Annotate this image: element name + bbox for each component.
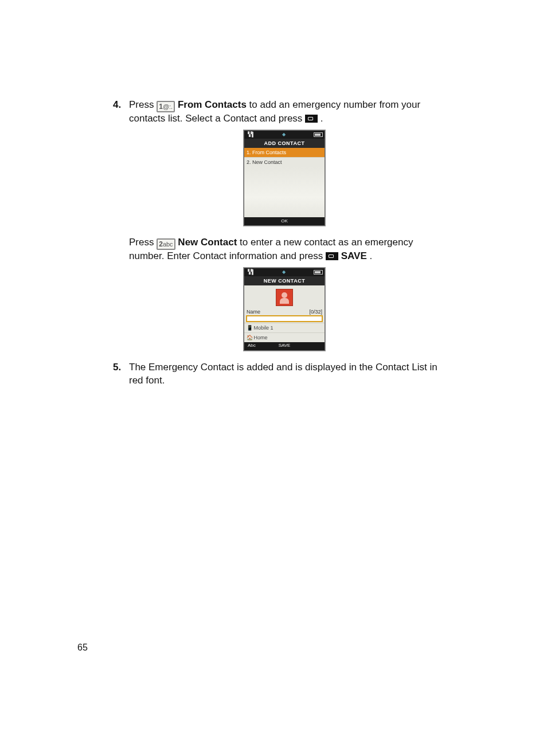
ok-key-icon-2: [326, 252, 338, 260]
new-contact: New Contact: [178, 237, 237, 248]
screen-title: ADD CONTACT: [244, 139, 325, 148]
phone-add-contact: ADD CONTACT 1. From Contacts 2. New Cont…: [244, 130, 325, 226]
center-icon: [282, 269, 286, 276]
page-number: 65: [77, 643, 88, 653]
menu-from-contacts[interactable]: 1. From Contacts: [244, 148, 325, 157]
field-mobile1[interactable]: 📱 Mobile 1: [244, 323, 325, 332]
step-5: The Emergency Contact is added and is di…: [113, 361, 440, 387]
signal-icon: [246, 132, 255, 138]
key-1: 1@:.: [157, 101, 175, 112]
mobile-icon: 📱: [247, 324, 252, 331]
softkey-save[interactable]: SAVE: [265, 343, 304, 349]
ok-key-icon: [305, 115, 318, 123]
field-home[interactable]: 🏠 Home: [244, 332, 325, 342]
step4b-press: Press: [129, 237, 157, 248]
phone-new-contact: NEW CONTACT Name [0/32] 📱 Mobile 1 🏠: [244, 268, 325, 351]
period-2: .: [370, 250, 373, 261]
home-icon: 🏠: [247, 334, 252, 341]
screen-title-2: NEW CONTACT: [244, 276, 325, 285]
name-counter: [0/32]: [309, 308, 322, 315]
center-icon: [282, 132, 286, 138]
signal-icon: [246, 269, 255, 276]
softkey-abc[interactable]: Abc: [248, 343, 265, 349]
status-bar-2: [244, 268, 325, 276]
name-label: Name: [247, 308, 260, 315]
avatar-row: [244, 285, 325, 308]
key-2: 2abc: [157, 238, 175, 250]
status-bar: [244, 131, 325, 139]
period: .: [321, 113, 323, 124]
battery-icon: [314, 132, 323, 137]
name-field-header: Name [0/32]: [244, 308, 325, 315]
step-4: Press 1@:. From Contacts to add an emerg…: [113, 99, 440, 351]
step5-text: The Emergency Contact is added and is di…: [129, 362, 437, 386]
name-input[interactable]: [247, 316, 322, 322]
battery-icon: [314, 270, 323, 275]
softkey-ok[interactable]: OK: [265, 218, 304, 225]
avatar-icon: [276, 289, 293, 306]
softkey-bar-2: Abc SAVE: [244, 342, 325, 350]
softkey-bar: OK: [244, 217, 325, 225]
save-word: SAVE: [341, 250, 367, 261]
menu-new-contact[interactable]: 2. New Contact: [244, 157, 325, 167]
phone-body: [244, 167, 325, 217]
from-contacts: From Contacts: [178, 99, 247, 110]
step4-press: Press: [129, 99, 157, 110]
